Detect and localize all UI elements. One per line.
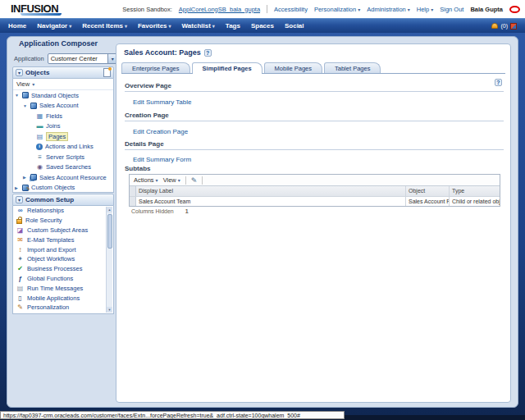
cell-type[interactable]: Child or related object (450, 197, 500, 206)
application-select[interactable]: Customer Center ▾ (48, 53, 118, 64)
tree-row: ◉ Saved Searches (13, 162, 113, 173)
chevron-down-icon: ▾ (125, 23, 127, 29)
scrollbar[interactable]: ▲ ▼ (106, 207, 112, 313)
edit-pencil-icon[interactable]: ✎ (191, 176, 198, 185)
nav-spaces[interactable]: Spaces (251, 22, 274, 30)
tree-item-sales-account[interactable]: Sales Account (39, 102, 79, 109)
nav-watchlist[interactable]: Watchlist▾ (182, 22, 215, 30)
edit-summary-table-link[interactable]: Edit Summary Table (133, 98, 191, 106)
common-setup-relationships[interactable]: Relationships (27, 207, 64, 214)
scroll-down-icon[interactable]: ▼ (107, 307, 112, 313)
accessibility-link[interactable]: Accessibility (274, 6, 308, 13)
mini-app-icon[interactable] (510, 23, 517, 30)
cell-object[interactable]: Sales Account Resource (406, 197, 450, 206)
table-row[interactable]: Sales Account Team Sales Account Resourc… (130, 196, 500, 206)
new-page-icon[interactable] (103, 68, 111, 77)
scrollbar-thumb[interactable] (107, 214, 112, 249)
tree-item-server-scripts[interactable]: Server Scripts (46, 153, 84, 161)
tab-enterprise-pages[interactable]: Enterprise Pages (121, 62, 190, 73)
nav-tags[interactable]: Tags (226, 22, 240, 30)
collapse-icon[interactable]: ▾ (16, 69, 23, 76)
view-menu[interactable]: View▾ (163, 176, 180, 184)
nav-navigator[interactable]: Navigator▾ (37, 22, 71, 30)
creation-page-header: Creation Page (125, 112, 169, 119)
help-icon[interactable]: ? (495, 79, 502, 86)
objects-tree-panel: View▾ ▼ Standard Objects ▼ Sales Account… (12, 79, 114, 193)
nav-recent-items[interactable]: Recent Items▾ (82, 22, 127, 30)
nav-social[interactable]: Social (285, 22, 304, 30)
common-setup-email-templates[interactable]: E-Mail Templates (27, 236, 74, 244)
session-sandbox-link[interactable]: ApplCoreLongSB_bala_gupta (179, 6, 260, 13)
column-object[interactable]: Object (406, 186, 450, 196)
pencil-icon: ✎ (16, 304, 24, 311)
expand-closed-icon[interactable]: ▶ (15, 185, 20, 190)
common-setup-business-processes[interactable]: Business Processes (27, 265, 83, 272)
pencil-icon: ✎ (26, 185, 30, 193)
list-item: ✦Object Workflows (13, 254, 113, 264)
common-setup-personalization[interactable]: Personalization (27, 304, 69, 311)
actions-links-icon: i (36, 144, 43, 150)
tree-item-pages[interactable]: Pages (46, 132, 68, 141)
administration-link[interactable]: Administration (367, 6, 406, 13)
tree-item-custom-objects[interactable]: Custom Objects (31, 184, 75, 191)
objects-accordion-header[interactable]: ▾ Objects (12, 66, 114, 79)
common-setup-global-functions[interactable]: Global Functions (27, 275, 73, 282)
tree-item-saved-searches[interactable]: Saved Searches (46, 163, 91, 171)
column-display-label[interactable]: Display Label (136, 186, 406, 196)
divider (185, 176, 186, 185)
actions-menu[interactable]: Actions▾ (134, 176, 158, 184)
logo-swoosh (21, 13, 62, 16)
tree-item-actions-and-links[interactable]: Actions and Links (45, 143, 94, 150)
collapse-icon[interactable]: ▾ (16, 196, 23, 203)
object-cube-icon (22, 92, 29, 98)
tab-mobile-pages[interactable]: Mobile Pages (264, 62, 322, 73)
common-setup-custom-subject-areas[interactable]: Custom Subject Areas (27, 226, 88, 234)
mobile-icon: ▯ (16, 294, 24, 302)
columns-hidden-value: 1 (185, 208, 189, 214)
tree-item-sales-account-resource[interactable]: Sales Account Resource (39, 174, 107, 181)
nav-home[interactable]: Home (8, 22, 26, 30)
expand-open-icon[interactable]: ▼ (15, 93, 20, 98)
user-name: Bala Gupta (470, 6, 503, 13)
common-setup-import-and-export[interactable]: Import and Export (27, 246, 76, 253)
chevron-down-icon: ▾ (169, 23, 171, 29)
nav-favorites[interactable]: Favorites▾ (138, 22, 171, 30)
help-menu[interactable]: Help ▾ (417, 6, 433, 13)
common-setup-accordion-header[interactable]: ▾ Common Setup (12, 194, 114, 206)
help-icon[interactable]: ? (204, 49, 212, 57)
common-setup-object-workflows[interactable]: Object Workflows (27, 255, 75, 262)
personalization-menu[interactable]: Personalization ▾ (314, 6, 360, 13)
subtabs-header: Subtabs (125, 165, 151, 172)
common-setup-run-time-messages[interactable]: Run Time Messages (27, 285, 83, 292)
expand-closed-icon[interactable]: ▶ (23, 175, 28, 180)
personalization-link[interactable]: Personalization (314, 6, 356, 13)
column-type[interactable]: Type (450, 186, 500, 196)
help-link[interactable]: Help (417, 6, 429, 13)
row-selector[interactable] (130, 197, 136, 206)
tree-item-joins[interactable]: Joins (46, 122, 61, 130)
administration-menu[interactable]: Administration ▾ (367, 6, 410, 13)
sign-out-link[interactable]: Sign Out (440, 6, 463, 13)
list-item: Role Security (13, 216, 113, 226)
divider (125, 149, 504, 150)
custom-object-icon: ✎ (22, 185, 29, 191)
tree-item-fields[interactable]: Fields (46, 112, 62, 120)
tree-view-menu[interactable]: View▾ (13, 79, 113, 90)
scroll-up-icon[interactable]: ▲ (107, 207, 112, 212)
application-label: Application (14, 55, 44, 62)
tab-tablet-pages[interactable]: Tablet Pages (324, 62, 381, 73)
tree-item-standard-objects[interactable]: Standard Objects (31, 92, 79, 99)
expand-open-icon[interactable]: ▼ (23, 103, 28, 108)
brand-ring-icon (509, 6, 520, 13)
page-title: Application Composer (19, 39, 98, 48)
tab-simplified-pages[interactable]: Simplified Pages (192, 62, 262, 73)
divider (125, 121, 504, 121)
notifications-bell-icon[interactable] (491, 23, 498, 29)
edit-creation-page-link[interactable]: Edit Creation Page (133, 128, 188, 135)
common-setup-mobile-applications[interactable]: Mobile Applications (27, 294, 80, 302)
cell-display-label[interactable]: Sales Account Team (136, 197, 406, 206)
edit-summary-form-link[interactable]: Edit Summary Form (133, 156, 191, 163)
chevron-down-icon: ▾ (112, 56, 114, 62)
common-setup-role-security[interactable]: Role Security (25, 217, 62, 224)
chevron-down-icon: ▾ (212, 23, 215, 29)
